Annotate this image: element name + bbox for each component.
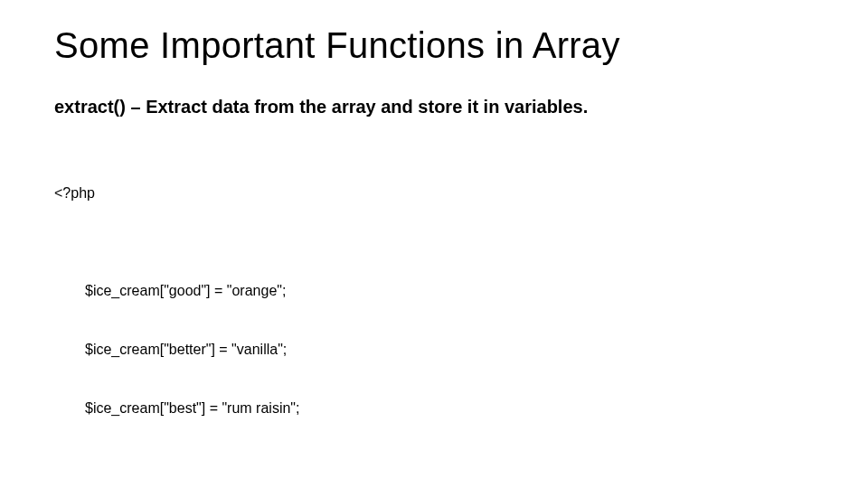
code-line: $ice_cream["good"] = "orange"; bbox=[85, 281, 814, 301]
slide: Some Important Functions in Array extrac… bbox=[0, 0, 868, 488]
code-line: $ice_cream["best"] = "rum raisin"; bbox=[85, 399, 814, 418]
function-description: extract() – Extract data from the array … bbox=[54, 97, 814, 117]
code-line: $ice_cream["better"] = "vanilla"; bbox=[85, 340, 814, 360]
code-group-assignments: $ice_cream["good"] = "orange"; $ice_crea… bbox=[54, 242, 814, 457]
page-title: Some Important Functions in Array bbox=[54, 25, 814, 66]
code-block: <?php $ice_cream["good"] = "orange"; $ic… bbox=[54, 145, 814, 488]
code-line-open: <?php bbox=[54, 183, 814, 203]
